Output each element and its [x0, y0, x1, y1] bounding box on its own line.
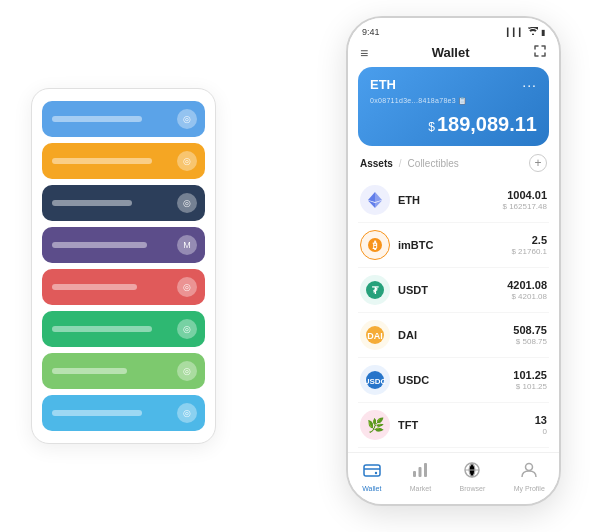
dai-asset-icon: DAI — [360, 320, 390, 350]
asset-name-eth: ETH — [398, 194, 503, 206]
asset-row-imbtc[interactable]: ₿ imBTC 2.5 $ 21760.1 — [358, 223, 549, 268]
profile-nav-label: My Profile — [514, 485, 545, 492]
card-stack: ◎ ◎ ◎ M ◎ ◎ ◎ ◎ — [31, 88, 216, 444]
eth-card[interactable]: ETH ··· 0x08711d3e...8418a78e3 📋 $189,08… — [358, 67, 549, 146]
card-icon-7: ◎ — [177, 361, 197, 381]
profile-nav-icon — [520, 461, 538, 483]
asset-row-usdc[interactable]: USDC USDC 101.25 $ 101.25 — [358, 358, 549, 403]
card-line — [52, 284, 137, 290]
nav-profile[interactable]: My Profile — [514, 461, 545, 492]
market-nav-label: Market — [410, 485, 431, 492]
usdt-amount: 4201.08 — [507, 279, 547, 291]
menu-icon[interactable]: ≡ — [360, 45, 368, 61]
assets-header: Assets / Collectibles + — [348, 154, 559, 178]
imbtc-usd: $ 21760.1 — [511, 247, 547, 256]
card-item-5[interactable]: ◎ — [42, 269, 205, 305]
tft-usd: 0 — [535, 427, 547, 436]
card-item-6[interactable]: ◎ — [42, 311, 205, 347]
nav-market[interactable]: Market — [410, 461, 431, 492]
eth-more-button[interactable]: ··· — [522, 77, 537, 93]
svg-marker-0 — [375, 192, 382, 202]
scene: ◎ ◎ ◎ M ◎ ◎ ◎ ◎ — [21, 16, 581, 516]
tft-amount: 13 — [535, 414, 547, 426]
card-icon-6: ◎ — [177, 319, 197, 339]
card-item-2[interactable]: ◎ — [42, 143, 205, 179]
wifi-icon — [528, 27, 538, 37]
browser-nav-label: Browser — [460, 485, 486, 492]
imbtc-asset-icon: ₿ — [360, 230, 390, 260]
asset-amounts-imbtc: 2.5 $ 21760.1 — [511, 234, 547, 256]
asset-row-dai[interactable]: DAI DAI 508.75 $ 508.75 — [358, 313, 549, 358]
usdc-usd: $ 101.25 — [513, 382, 547, 391]
asset-list: ETH 1004.01 $ 162517.48 ₿ imBTC 2.5 $ 21… — [348, 178, 559, 452]
card-item-1[interactable]: ◎ — [42, 101, 205, 137]
status-time: 9:41 — [362, 27, 380, 37]
usdt-usd: $ 4201.08 — [507, 292, 547, 301]
card-icon-5: ◎ — [177, 277, 197, 297]
card-item-7[interactable]: ◎ — [42, 353, 205, 389]
usdc-asset-icon: USDC — [360, 365, 390, 395]
card-line — [52, 116, 142, 122]
phone-header: ≡ Wallet — [348, 42, 559, 67]
svg-text:₮: ₮ — [372, 285, 379, 296]
card-item-8[interactable]: ◎ — [42, 395, 205, 431]
card-icon-8: ◎ — [177, 403, 197, 423]
market-nav-icon — [411, 461, 429, 483]
card-line — [52, 368, 127, 374]
card-icon-3: ◎ — [177, 193, 197, 213]
asset-row-eth[interactable]: ETH 1004.01 $ 162517.48 — [358, 178, 549, 223]
asset-row-tft[interactable]: 🌿 TFT 13 0 — [358, 403, 549, 448]
tab-collectibles[interactable]: Collectibles — [408, 158, 459, 169]
card-icon-1: ◎ — [177, 109, 197, 129]
status-bar: 9:41 ▎▎▎ ▮ — [348, 18, 559, 42]
eth-asset-icon — [360, 185, 390, 215]
asset-amounts-usdt: 4201.08 $ 4201.08 — [507, 279, 547, 301]
asset-amounts-tft: 13 0 — [535, 414, 547, 436]
nav-browser[interactable]: Browser — [460, 461, 486, 492]
eth-amount: 1004.01 — [503, 189, 548, 201]
expand-icon[interactable] — [533, 44, 547, 61]
wallet-nav-label: Wallet — [362, 485, 381, 492]
eth-label: ETH — [370, 77, 396, 92]
asset-row-usdt[interactable]: ₮ USDT 4201.08 $ 4201.08 — [358, 268, 549, 313]
phone-mockup: 9:41 ▎▎▎ ▮ ≡ Wallet ETH ··· — [346, 16, 561, 506]
card-line — [52, 158, 152, 164]
usdt-asset-icon: ₮ — [360, 275, 390, 305]
assets-tabs: Assets / Collectibles — [360, 158, 459, 169]
eth-usd: $ 162517.48 — [503, 202, 548, 211]
card-line — [52, 200, 132, 206]
tab-divider: / — [399, 158, 402, 169]
card-icon-2: ◎ — [177, 151, 197, 171]
svg-point-18 — [526, 464, 533, 471]
asset-amounts-usdc: 101.25 $ 101.25 — [513, 369, 547, 391]
card-line — [52, 242, 147, 248]
nav-wallet[interactable]: Wallet — [362, 461, 381, 492]
eth-card-top: ETH ··· — [370, 77, 537, 93]
svg-marker-1 — [368, 192, 375, 202]
status-icons: ▎▎▎ ▮ — [507, 27, 545, 37]
card-item-3[interactable]: ◎ — [42, 185, 205, 221]
eth-address: 0x08711d3e...8418a78e3 📋 — [370, 97, 537, 105]
asset-name-usdc: USDC — [398, 374, 513, 386]
eth-balance: $189,089.11 — [370, 113, 537, 136]
asset-amounts-eth: 1004.01 $ 162517.48 — [503, 189, 548, 211]
svg-rect-16 — [424, 463, 427, 477]
dai-usd: $ 508.75 — [513, 337, 547, 346]
wallet-title: Wallet — [432, 45, 470, 60]
imbtc-amount: 2.5 — [511, 234, 547, 246]
usdc-amount: 101.25 — [513, 369, 547, 381]
card-line — [52, 410, 142, 416]
tft-asset-icon: 🌿 — [360, 410, 390, 440]
signal-icon: ▎▎▎ — [507, 28, 525, 37]
browser-nav-icon — [463, 461, 481, 483]
asset-name-dai: DAI — [398, 329, 513, 341]
svg-text:USDC: USDC — [365, 377, 385, 386]
svg-text:DAI: DAI — [367, 331, 383, 341]
svg-rect-14 — [413, 471, 416, 477]
add-asset-button[interactable]: + — [529, 154, 547, 172]
wallet-nav-icon — [363, 461, 381, 483]
tab-assets[interactable]: Assets — [360, 158, 393, 169]
svg-point-13 — [375, 472, 377, 474]
card-item-4[interactable]: M — [42, 227, 205, 263]
svg-rect-12 — [364, 465, 380, 476]
